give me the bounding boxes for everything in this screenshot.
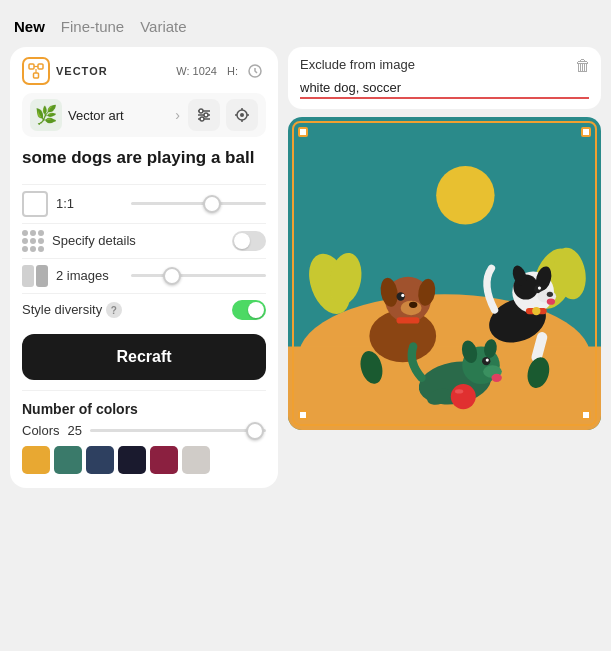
style-diversity-row: Style diversity ? xyxy=(22,293,266,326)
generated-image xyxy=(288,117,601,430)
ratio-slider[interactable] xyxy=(131,202,266,205)
svg-point-21 xyxy=(436,166,494,224)
swatch-5[interactable] xyxy=(182,446,210,474)
svg-rect-2 xyxy=(34,73,39,78)
exclude-title: Exclude from image xyxy=(300,57,589,72)
svg-point-51 xyxy=(491,374,501,382)
swatch-0[interactable] xyxy=(22,446,50,474)
svg-point-11 xyxy=(200,117,204,121)
style-name: Vector art xyxy=(68,108,167,123)
panel-header: VECTOR W: 1024 H: xyxy=(22,57,266,85)
history-icon[interactable] xyxy=(244,60,266,82)
swatch-2[interactable] xyxy=(86,446,114,474)
svg-rect-1 xyxy=(38,64,43,69)
svg-point-37 xyxy=(538,287,541,290)
svg-point-10 xyxy=(204,113,208,117)
dots-icon xyxy=(22,230,44,252)
images-slider[interactable] xyxy=(131,274,266,277)
prompt-text: some dogs are playing a ball xyxy=(22,147,266,170)
specify-control-row: Specify details xyxy=(22,223,266,258)
images-control-row: 2 images xyxy=(22,258,266,293)
colors-title: Number of colors xyxy=(22,401,266,417)
swatch-1[interactable] xyxy=(54,446,82,474)
left-panel: VECTOR W: 1024 H: 🌿 Vector art › xyxy=(10,47,278,488)
main-row: VECTOR W: 1024 H: 🌿 Vector art › xyxy=(10,47,601,488)
color-swatches xyxy=(22,446,266,474)
svg-point-53 xyxy=(451,384,476,409)
specify-label: Specify details xyxy=(52,233,224,248)
svg-point-50 xyxy=(486,359,489,362)
style-row[interactable]: 🌿 Vector art › xyxy=(22,93,266,137)
help-icon[interactable]: ? xyxy=(106,302,122,318)
specify-toggle[interactable] xyxy=(232,231,266,251)
magic-icon[interactable] xyxy=(226,99,258,131)
style-thumbnail: 🌿 xyxy=(30,99,62,131)
w-value: W: 1024 xyxy=(176,65,217,77)
vector-label: VECTOR xyxy=(56,65,170,77)
colors-slider[interactable] xyxy=(90,429,266,432)
svg-point-40 xyxy=(547,299,555,305)
svg-point-39 xyxy=(547,292,553,297)
exclude-input[interactable] xyxy=(300,80,589,99)
svg-point-13 xyxy=(240,113,244,117)
top-tabs: New Fine-tune Variate xyxy=(10,10,601,47)
style-diversity-label: Style diversity ? xyxy=(22,302,224,319)
colors-label: Colors xyxy=(22,423,60,438)
colors-row: Colors 25 xyxy=(22,423,266,438)
image-preview xyxy=(288,117,601,430)
images-label: 2 images xyxy=(56,268,123,283)
ratio-label: 1:1 xyxy=(56,196,123,211)
ratio-control-row: 1:1 xyxy=(22,184,266,223)
chevron-right-icon[interactable]: › xyxy=(173,107,182,123)
h-value: H: xyxy=(227,65,238,77)
images-thumb xyxy=(22,265,48,287)
colors-count: 25 xyxy=(68,423,82,438)
colors-section: Number of colors Colors 25 xyxy=(22,390,266,474)
tab-new[interactable]: New xyxy=(14,16,45,37)
svg-point-28 xyxy=(401,294,404,297)
right-panel: Exclude from image 🗑 xyxy=(288,47,601,430)
vector-icon-box xyxy=(22,57,50,85)
ratio-box xyxy=(22,191,48,217)
svg-point-29 xyxy=(409,302,417,308)
sliders-icon[interactable] xyxy=(188,99,220,131)
recraft-button[interactable]: Recraft xyxy=(22,334,266,380)
svg-point-9 xyxy=(199,109,203,113)
tab-finetune[interactable]: Fine-tune xyxy=(61,16,124,37)
svg-point-42 xyxy=(532,307,540,315)
action-icons xyxy=(188,99,258,131)
svg-rect-0 xyxy=(29,64,34,69)
exclude-box: Exclude from image 🗑 xyxy=(288,47,601,109)
style-diversity-toggle[interactable] xyxy=(232,300,266,320)
svg-point-54 xyxy=(455,389,463,393)
swatch-3[interactable] xyxy=(118,446,146,474)
vector-icon xyxy=(27,62,45,80)
svg-rect-30 xyxy=(397,317,420,323)
swatch-4[interactable] xyxy=(150,446,178,474)
tab-variate[interactable]: Variate xyxy=(140,16,186,37)
trash-icon[interactable]: 🗑 xyxy=(575,57,591,75)
